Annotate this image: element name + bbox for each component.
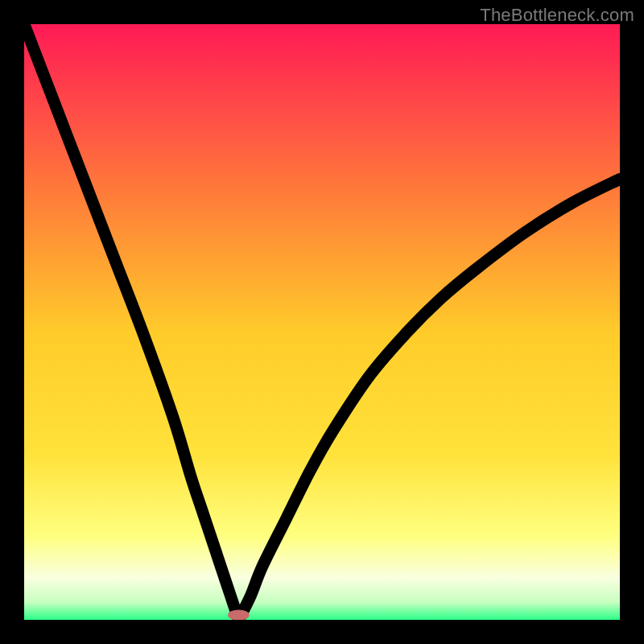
watermark-label: TheBottleneck.com <box>480 5 634 26</box>
plot-area <box>24 24 620 620</box>
chart-frame: TheBottleneck.com <box>0 0 644 644</box>
chart-svg <box>24 24 620 620</box>
gradient-background <box>24 24 620 620</box>
